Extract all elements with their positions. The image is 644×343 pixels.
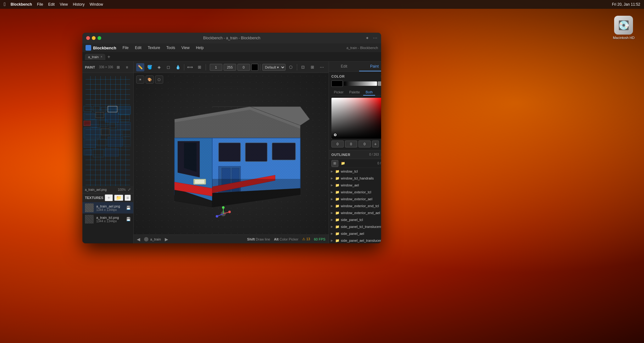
gradient-tool-btn[interactable]: ◈ [155, 63, 163, 71]
outliner-item-window_tcl[interactable]: ▶ 📁 window_tcl 👁 [329, 168, 381, 175]
titlebar-menu-icon[interactable]: ⋯ [373, 36, 377, 41]
outliner-btn-2[interactable]: 📁 [340, 160, 347, 167]
desktop-icon-macintosh-hd[interactable]: 💽 Macintosh HD [613, 16, 635, 40]
outliner-item-side_panel_ael[interactable]: ▶ 📁 side_panel_ael 👁 [329, 230, 381, 237]
paint-color-swatch[interactable] [251, 64, 258, 71]
brush-opacity-input[interactable] [224, 64, 236, 71]
outliner-menu-btn[interactable]: ≡ [381, 152, 381, 157]
layout-toggle-btn[interactable]: ⊞ [114, 64, 122, 71]
status-tab-name: a_train [150, 237, 161, 241]
outliner-item-window_exterior_tcl[interactable]: ▶ 📁 window_exterior_tcl 👁 [329, 189, 381, 196]
viewport-btn-uv[interactable]: 🎨 [146, 75, 154, 84]
svg-rect-22 [84, 150, 92, 155]
tab-a-train[interactable]: a_train × [85, 54, 105, 60]
menubar-app-name[interactable]: Blockbench [11, 2, 32, 7]
texture-name-ael: a_train_ael.png [96, 204, 124, 208]
outliner-item-side_panel_tcl_translucent[interactable]: ▶ 📁 side_panel_tcl_translucent 👁 [329, 223, 381, 230]
pencil-tool-btn[interactable]: ✏️ [136, 63, 144, 71]
left-panel: PAINT 336 × 336 ⊞ ≡ [82, 62, 134, 243]
outliner-item-window_exterior_end_tcl[interactable]: ▶ 📁 window_exterior_end_tcl 👁 [329, 202, 381, 209]
menu-view[interactable]: View [179, 45, 192, 51]
menubar-view[interactable]: View [60, 2, 68, 7]
menu-edit[interactable]: Edit [132, 45, 144, 51]
color-b-input[interactable]: 0 [358, 141, 371, 147]
import-texture-btn[interactable]: 📁 [114, 195, 123, 201]
color-swatch-1[interactable] [378, 81, 381, 86]
color-tab-palette[interactable]: Palette [347, 89, 362, 96]
uv-fullscreen-btn[interactable]: ⤢ [128, 187, 131, 192]
menu-help[interactable]: Help [193, 45, 206, 51]
panel-options-btn[interactable]: ≡ [123, 64, 131, 71]
color-label: COLOR [331, 75, 345, 78]
outliner-arrow: ▶ [331, 218, 334, 221]
color-gradient-bar[interactable] [344, 81, 377, 86]
dropper-tool-btn[interactable]: 💧 [174, 63, 182, 71]
outliner-btn-1[interactable]: ⊞ [331, 160, 338, 167]
blend-mode-select[interactable]: Default ▾ [262, 64, 286, 71]
textures-options-btn[interactable]: ≡ [125, 195, 131, 201]
maximize-button[interactable] [97, 36, 101, 40]
titlebar-star-icon[interactable]: ✦ [365, 36, 369, 41]
menubar-window[interactable]: Window [90, 2, 103, 7]
outliner-item-window_ael[interactable]: ▶ 📁 window_ael 👁 [329, 182, 381, 189]
fps-counter: 60 FPS [314, 237, 325, 241]
tab-edit[interactable]: Edit [329, 62, 359, 71]
viewport-btn-mesh[interactable]: ⬡ [155, 75, 163, 84]
nav-next-btn[interactable]: ▶ [165, 237, 168, 242]
mirror-btn[interactable]: ⟺ [186, 63, 194, 71]
color-tab-picker[interactable]: Picker [331, 89, 346, 96]
outliner-item-window_exterior_ael[interactable]: ▶ 📁 window_exterior_ael 👁 [329, 196, 381, 202]
color-hex-preview [331, 80, 343, 87]
outliner-item-side_panel_ael_translucent[interactable]: ▶ 📁 side_panel_ael_translucent 👁 [329, 237, 381, 243]
uv-preview-footer: a_train_ael.png 100% ⤢ [82, 186, 133, 193]
color-g-input[interactable]: 0 [345, 141, 357, 147]
texture-item-ael[interactable]: a_train_ael.png 1344 x 1344px 💾 [82, 202, 133, 213]
color-gradient-area[interactable] [331, 98, 381, 139]
menubar-edit[interactable]: Edit [48, 2, 55, 7]
viewport-btn-sun[interactable]: ☀ [136, 75, 144, 84]
more-options-btn[interactable]: ⋯ [318, 63, 326, 71]
uv-texture-preview[interactable]: a_train_ael.png 100% ⤢ [82, 73, 133, 193]
color-r-input[interactable]: 0 [331, 141, 344, 147]
brush-size-input[interactable] [210, 64, 222, 71]
channels-btn[interactable]: ⬡ [287, 63, 295, 71]
tab-add-button[interactable]: + [107, 54, 110, 60]
svg-point-57 [216, 215, 218, 218]
grid-btn[interactable]: ⊞ [196, 63, 204, 71]
menu-tools[interactable]: Tools [164, 45, 178, 51]
menu-texture[interactable]: Texture [145, 45, 163, 51]
menubar-file[interactable]: File [37, 2, 43, 7]
layout-2d-btn[interactable]: ⊡ [299, 63, 307, 71]
layout-grid-btn[interactable]: ⊞ [308, 63, 317, 71]
texture-save-btn-tcl[interactable]: 💾 [126, 217, 131, 221]
3d-viewport[interactable]: ☀ 🎨 ⬡ [134, 73, 329, 235]
minimize-button[interactable] [92, 36, 96, 40]
texture-save-btn-ael[interactable]: 💾 [126, 206, 131, 210]
texture-item-tcl[interactable]: a_train_tcl.png 1344 x 1344px 💾 [82, 213, 133, 225]
outliner-item-window_exterior_end_ael[interactable]: ▶ 📁 window_exterior_end_ael 👁 [329, 209, 381, 216]
fill-tool-btn[interactable]: 🪣 [146, 63, 154, 71]
close-button[interactable] [86, 36, 90, 40]
color-menu-btn[interactable]: ≡ [381, 74, 381, 79]
color-tab-both[interactable]: Both [363, 89, 375, 96]
menubar-history[interactable]: History [73, 2, 85, 7]
tab-close-button[interactable]: × [101, 55, 103, 58]
tab-paint[interactable]: Paint [359, 62, 381, 71]
color-picker-container[interactable] [331, 98, 381, 139]
color-eyedropper-btn[interactable]: 🖊 [380, 141, 381, 147]
brush-blend-input[interactable] [237, 64, 250, 71]
status-bar: ◀ a_train ▶ Shift Draw line Alt Color Pi… [134, 235, 329, 243]
add-texture-btn[interactable]: ＋ [105, 194, 113, 201]
eraser-tool-btn[interactable]: ◻ [164, 63, 173, 71]
window-controls[interactable] [86, 36, 101, 40]
nav-prev-btn[interactable]: ◀ [137, 237, 140, 242]
outliner-item-side_panel_tcl[interactable]: ▶ 📁 side_panel_tcl 👁 [329, 216, 381, 223]
outliner-item-window_tcl_handrails[interactable]: ▶ 📁 window_tcl_handrails 👁 [329, 175, 381, 182]
menu-file[interactable]: File [120, 45, 131, 51]
apple-menu-icon[interactable]:  [4, 2, 6, 7]
tabbar: a_train × + [82, 52, 381, 62]
svg-rect-2 [101, 107, 107, 111]
color-add-btn[interactable]: + [372, 141, 379, 147]
outliner-header: OUTLINER 0 / 263 ≡ ∨ [329, 150, 381, 159]
outliner-arrow: ▶ [331, 204, 334, 207]
